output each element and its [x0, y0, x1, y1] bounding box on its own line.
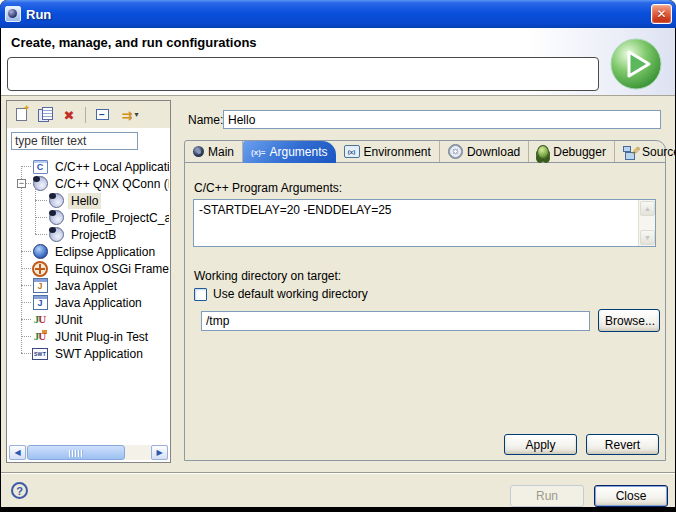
- tree-item-java-applet[interactable]: Java Applet: [8, 277, 169, 294]
- close-icon[interactable]: ✕: [651, 4, 672, 24]
- working-directory-label: Working directory on target:: [194, 269, 341, 283]
- tree-item-projectb[interactable]: ProjectB: [8, 226, 169, 243]
- tab-label: Main: [208, 145, 234, 159]
- scroll-right-icon[interactable]: ▶: [151, 445, 168, 460]
- tree-guide-line: [35, 188, 36, 234]
- tree-item-label: Java Applet: [52, 278, 120, 294]
- delete-configuration-button[interactable]: [58, 104, 80, 126]
- horizontal-scrollbar[interactable]: ◀ ▶: [9, 445, 168, 460]
- download-tab-icon: [448, 144, 463, 159]
- new-config-icon: [16, 108, 27, 121]
- configurations-list-area: C/C++ Local ApplicationC/C++ QNX QConn (…: [7, 128, 170, 462]
- tree-item-label: C/C++ Local Application: [52, 159, 169, 175]
- collapse-all-button[interactable]: [91, 104, 113, 126]
- program-arguments-input[interactable]: -STARTDELAY=20 -ENDDELAY=25: [194, 200, 637, 246]
- tree-item-label: Hello: [68, 193, 101, 209]
- tab-folder: MainArgumentsEnvironmentDownloadDebugger…: [184, 140, 666, 461]
- program-arguments-box: -STARTDELAY=20 -ENDDELAY=25 ▲ ▼: [193, 199, 656, 247]
- tab-download[interactable]: Download: [440, 141, 529, 162]
- page-title: Create, manage, and run configurations: [11, 35, 257, 50]
- tree-item-label: SWT Application: [52, 346, 146, 362]
- tree-guide: [8, 311, 32, 328]
- use-default-working-directory-checkbox[interactable]: [194, 288, 207, 301]
- tree-item-label: ProjectB: [68, 227, 119, 243]
- filter-input[interactable]: [11, 132, 138, 150]
- tree-item-label: Profile_ProjectC_ap: [68, 210, 169, 226]
- tree-item-junit-plug-in-test[interactable]: JUnit Plug-in Test: [8, 328, 169, 345]
- tab-source[interactable]: Source: [615, 141, 676, 162]
- tabs-row: MainArgumentsEnvironmentDownloadDebugger…: [185, 141, 665, 163]
- qnx-qconn-icon: [48, 193, 64, 209]
- tree-guide: [8, 243, 32, 260]
- use-default-row: Use default working directory: [194, 287, 368, 301]
- tab-main[interactable]: Main: [185, 141, 243, 162]
- footer-buttons: Run Close: [510, 485, 668, 507]
- scrollbar-thumb[interactable]: [27, 445, 125, 460]
- new-configuration-button[interactable]: [10, 104, 32, 126]
- java-app-icon: [32, 295, 48, 311]
- header-banner: Create, manage, and run configurations: [1, 28, 675, 96]
- tab-environment[interactable]: Environment: [336, 141, 440, 162]
- source-tab-icon: [623, 145, 638, 159]
- run-banner-icon: [608, 36, 664, 92]
- scroll-up-icon[interactable]: ▲: [640, 201, 655, 216]
- tree-item-label: Eclipse Application: [52, 244, 158, 260]
- tree-item-hello[interactable]: Hello: [8, 192, 169, 209]
- apply-button[interactable]: Apply: [504, 434, 577, 455]
- title-bar[interactable]: Run ✕: [0, 0, 676, 28]
- tree-item-eclipse-application[interactable]: Eclipse Application: [8, 243, 169, 260]
- configurations-toolbar: [7, 101, 170, 128]
- dialog-footer: ? Run Close: [1, 472, 675, 507]
- configurations-tree: C/C++ Local ApplicationC/C++ QNX QConn (…: [8, 158, 169, 443]
- run-dialog-window: Run ✕ Create, manage, and run configurat…: [0, 0, 676, 512]
- browse-button[interactable]: Browse...: [598, 309, 660, 332]
- tree-guide: [8, 260, 32, 277]
- tree-item-java-application[interactable]: Java Application: [8, 294, 169, 311]
- tab-arguments[interactable]: Arguments: [243, 141, 335, 163]
- configuration-detail-panel: Name: MainArgumentsEnvironmentDownloadDe…: [179, 100, 670, 463]
- run-button[interactable]: Run: [510, 485, 584, 507]
- tree-guide: [8, 328, 32, 345]
- working-directory-input[interactable]: [201, 311, 590, 331]
- tree-guide: [8, 277, 32, 294]
- revert-button[interactable]: Revert: [586, 434, 659, 455]
- tree-item-c-c-qnx-qconn-ip[interactable]: C/C++ QNX QConn (IP: [8, 175, 169, 192]
- name-label: Name:: [188, 113, 223, 127]
- tree-item-c-c-local-application[interactable]: C/C++ Local Application: [8, 158, 169, 175]
- debugger-tab-icon: [537, 145, 549, 159]
- equinox-osgi-icon: [32, 261, 48, 277]
- tab-label: Download: [467, 145, 520, 159]
- delete-icon: [64, 106, 75, 124]
- tab-label: Arguments: [269, 145, 327, 159]
- swt-app-icon: [32, 346, 48, 362]
- program-arguments-label: C/C++ Program Arguments:: [194, 181, 342, 195]
- tab-debugger[interactable]: Debugger: [529, 141, 615, 162]
- junit-icon: [32, 312, 48, 328]
- window-title: Run: [26, 7, 51, 22]
- duplicate-configuration-button[interactable]: [34, 104, 56, 126]
- tree-item-junit[interactable]: JUnit: [8, 311, 169, 328]
- tree-item-equinox-osgi-framewo[interactable]: Equinox OSGi Framewo: [8, 260, 169, 277]
- filter-configurations-button[interactable]: [115, 104, 145, 126]
- dialog-body: C/C++ Local ApplicationC/C++ QNX QConn (…: [1, 96, 675, 472]
- use-default-working-directory-label: Use default working directory: [213, 287, 368, 301]
- help-icon[interactable]: ?: [11, 482, 28, 499]
- scroll-down-icon[interactable]: ▼: [640, 230, 655, 245]
- tree-guide: [8, 175, 32, 192]
- collapse-expander-icon[interactable]: [17, 179, 26, 188]
- tree-guide: [8, 192, 48, 209]
- scroll-left-icon[interactable]: ◀: [9, 445, 26, 460]
- scrollbar-track[interactable]: [26, 445, 151, 460]
- tree-item-swt-application[interactable]: SWT Application: [8, 345, 169, 362]
- tree-item-profile-projectc-ap[interactable]: Profile_ProjectC_ap: [8, 209, 169, 226]
- java-applet-icon: [32, 278, 48, 294]
- window-icon: [5, 6, 21, 22]
- name-input[interactable]: [223, 110, 661, 129]
- close-dialog-button[interactable]: Close: [594, 485, 668, 507]
- configurations-panel: C/C++ Local ApplicationC/C++ QNX QConn (…: [6, 100, 171, 463]
- tree-guide: [8, 294, 32, 311]
- tree-guide: [8, 226, 48, 243]
- apply-revert-row: Apply Revert: [504, 434, 659, 455]
- qnx-qconn-icon: [48, 210, 64, 226]
- collapse-all-icon: [96, 109, 109, 120]
